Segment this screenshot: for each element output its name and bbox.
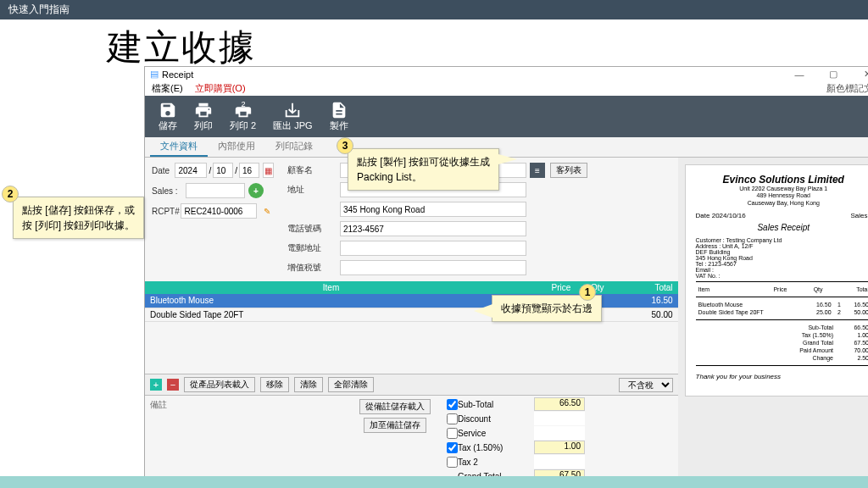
list-controls: + − 從產品列表載入 移除 清除 全部清除 不含稅 (145, 374, 678, 396)
titlebar: ▤ Receipt — ▢ ✕ (145, 67, 868, 81)
page-title: 建立收據 (107, 24, 868, 71)
clear-button[interactable]: 清除 (294, 377, 323, 392)
svg-text:2: 2 (241, 101, 245, 108)
th-total: Total (619, 281, 677, 294)
menu-file[interactable]: 檔案(E) (152, 82, 183, 95)
rcpt-label: RCPT# (152, 207, 181, 216)
toolbar: 儲存 列印 2列印 2 匯出 JPG 製作 (145, 96, 868, 137)
addr2-input[interactable] (340, 202, 526, 217)
totals-panel: Sub-Total66.50 Discount Service Tax (1.5… (442, 396, 678, 488)
tax-include-select[interactable]: 不含稅 (619, 378, 673, 392)
sales-input[interactable] (186, 183, 245, 198)
export-jpg-button[interactable]: 匯出 JPG (264, 99, 320, 134)
tab-internal[interactable]: 內部使用 (208, 137, 265, 157)
print-button[interactable]: 列印 (186, 99, 221, 134)
tax2-check[interactable] (447, 457, 458, 468)
menu-buy[interactable]: 立即購買(O) (195, 82, 246, 95)
minimize-button[interactable]: — (782, 69, 816, 80)
preview-pane: Evinco Solutions Limited Unit 2202 Cause… (678, 158, 868, 488)
email-input[interactable] (340, 241, 526, 256)
doc-header: 快速入門指南 (0, 0, 868, 19)
customer-list-button[interactable]: 客列表 (550, 163, 587, 178)
tax-value: 1.00 (534, 441, 585, 454)
month-input[interactable] (213, 163, 233, 178)
window-title: Receipt (162, 69, 782, 80)
tab-printlog[interactable]: 列印記錄 (265, 137, 323, 157)
document-icon (330, 101, 348, 119)
tab-document[interactable]: 文件資料 (150, 137, 208, 157)
printer-icon (194, 101, 213, 119)
maximize-button[interactable]: ▢ (816, 69, 850, 80)
remove-row-icon[interactable]: − (167, 379, 179, 391)
add-row-icon[interactable]: + (150, 379, 162, 391)
export-icon (283, 101, 302, 119)
rcpt-input[interactable] (181, 203, 257, 219)
clear-all-button[interactable]: 全部清除 (328, 377, 374, 392)
notes-label: 備註 (150, 399, 343, 411)
customer-label: 顧客名 (287, 164, 340, 176)
footer-bar (0, 476, 868, 488)
tel-input[interactable] (340, 221, 526, 236)
thank-you: Thank you for your business (696, 373, 868, 380)
menubar: 檔案(E) 立即購買(O) 顏色標記文件 (145, 81, 868, 96)
pencil-icon[interactable]: ✎ (260, 203, 274, 219)
receipt-title: Sales Receipt (696, 223, 868, 232)
load-product-button[interactable]: 從產品列表載入 (184, 377, 255, 392)
year-input[interactable] (175, 163, 207, 178)
day-input[interactable] (239, 163, 259, 178)
vat-input[interactable] (340, 260, 526, 275)
doc-color-label[interactable]: 顏色標記文件 (826, 82, 868, 95)
printer2-icon: 2 (234, 101, 253, 119)
receipt-icon: ▤ (150, 69, 159, 80)
close-button[interactable]: ✕ (850, 69, 868, 80)
service-check[interactable] (447, 428, 458, 439)
customer-lookup-icon[interactable]: ≡ (530, 163, 545, 178)
discount-check[interactable] (447, 413, 458, 424)
subtotal-check[interactable] (447, 399, 458, 410)
tel-label: 電話號碼 (287, 223, 340, 235)
make-button[interactable]: 製作 (321, 99, 357, 134)
vat-label: 增值税號 (287, 262, 340, 274)
save-button[interactable]: 儲存 (150, 99, 186, 134)
callout-1: 1 收據預覽顯示於右邊 (492, 295, 602, 322)
calendar-icon[interactable]: ▦ (263, 163, 274, 178)
tax-check[interactable] (447, 442, 458, 453)
callout-2: 2 點按 [儲存] 按鈕保存，或按 [列印] 按鈕列印收據。 (13, 197, 144, 239)
floppy-icon (159, 101, 177, 119)
receipt-preview: Evinco Solutions Limited Unit 2202 Cause… (685, 164, 868, 396)
company-name: Evinco Solutions Limited (696, 174, 868, 186)
th-price: Price (517, 281, 576, 294)
date-label: Date (152, 166, 175, 175)
email-label: 電郵地址 (287, 242, 340, 254)
sales-label: Sales : (152, 186, 186, 196)
app-window: ▤ Receipt — ▢ ✕ 檔案(E) 立即購買(O) 顏色標記文件 儲存 … (144, 66, 868, 488)
notes-load-button[interactable]: 從備註儲存載入 (359, 399, 431, 414)
notes-save-button[interactable]: 加至備註儲存 (364, 418, 426, 433)
callout-3: 3 點按 [製作] 按鈕可從收據生成Packing List。 (348, 148, 499, 191)
delete-button[interactable]: 移除 (260, 377, 289, 392)
subtotal-value: 66.50 (534, 397, 585, 411)
add-sales-icon[interactable]: + (248, 183, 264, 198)
th-item: Item (145, 281, 517, 294)
print2-button[interactable]: 2列印 2 (221, 99, 264, 134)
addr-label: 地址 (287, 184, 340, 196)
